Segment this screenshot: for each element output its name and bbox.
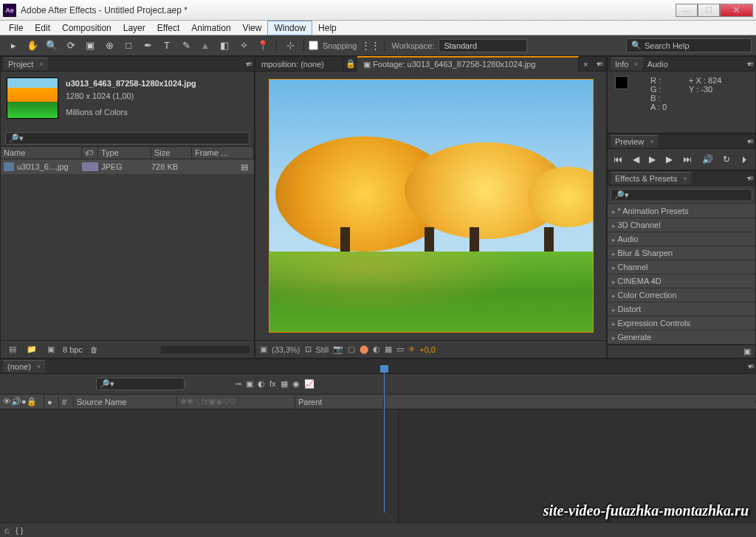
- frame-blend-icon[interactable]: ▦: [281, 379, 288, 389]
- motion-blur-icon[interactable]: ◉: [292, 379, 300, 389]
- pixel-aspect-icon[interactable]: ▭: [396, 344, 404, 354]
- transparency-grid-icon[interactable]: ▦: [385, 344, 392, 354]
- tab-project[interactable]: Project×: [4, 58, 48, 70]
- effects-search-input[interactable]: 🔎▾: [611, 189, 752, 201]
- close-icon[interactable]: ×: [39, 60, 43, 68]
- minimize-button[interactable]: —: [676, 4, 698, 17]
- panel-menu-icon[interactable]: ▾≡: [592, 60, 606, 68]
- lock-icon[interactable]: 🔒: [344, 59, 357, 69]
- trash-icon[interactable]: 🗑: [87, 343, 102, 356]
- menu-effect[interactable]: Effect: [151, 21, 185, 35]
- fx-category[interactable]: Generate: [608, 330, 755, 344]
- resolution-icon[interactable]: ⊡: [305, 344, 312, 354]
- tab-info[interactable]: Info×: [611, 58, 643, 70]
- alpha-icon[interactable]: ◐: [373, 344, 380, 354]
- interpret-footage-icon[interactable]: ▤: [5, 343, 20, 356]
- loop-icon[interactable]: ↻: [723, 154, 730, 164]
- playhead[interactable]: [384, 365, 385, 513]
- panel-menu-icon[interactable]: ▾≡: [747, 60, 752, 68]
- exposure-icon[interactable]: ✳: [408, 344, 415, 354]
- tab-audio[interactable]: Audio: [643, 58, 673, 70]
- interpret-icon[interactable]: ▤: [192, 162, 251, 172]
- always-preview-icon[interactable]: ▣: [260, 344, 267, 354]
- eraser-tool[interactable]: ◧: [216, 38, 233, 54]
- show-snapshot-icon[interactable]: ▢: [348, 344, 355, 354]
- puppet-tool[interactable]: 📍: [254, 38, 272, 54]
- snap-options-icon[interactable]: ⋮⋮: [362, 38, 379, 54]
- zoom-dropdown[interactable]: (33,3%): [272, 345, 300, 354]
- menu-view[interactable]: View: [237, 21, 268, 35]
- tab-composition-none[interactable]: mposition: (none): [255, 58, 344, 71]
- search-help-input[interactable]: 🔍 Search Help: [626, 38, 752, 52]
- quality-icon[interactable]: ◐: [258, 379, 265, 389]
- rotate-tool[interactable]: ⟳: [62, 38, 80, 54]
- fx-category[interactable]: CINEMA 4D: [608, 274, 755, 288]
- pen-tool[interactable]: ✒: [139, 38, 157, 54]
- shape-tool[interactable]: □: [120, 38, 137, 54]
- camera-tool[interactable]: ▣: [81, 38, 99, 54]
- fx-category[interactable]: Color Correction: [608, 288, 755, 302]
- clone-tool[interactable]: ⟁: [196, 38, 214, 54]
- panel-menu-icon[interactable]: ▾≡: [747, 137, 752, 145]
- fx-category[interactable]: Distort: [608, 302, 755, 316]
- prev-frame-icon[interactable]: ◀: [633, 154, 639, 164]
- fx-category[interactable]: * Animation Presets: [608, 204, 755, 218]
- play-icon[interactable]: ▶: [649, 154, 656, 164]
- ram-preview-icon[interactable]: ⏵: [740, 154, 749, 164]
- project-search-input[interactable]: 🔎▾: [5, 132, 250, 145]
- new-comp-icon[interactable]: ▣: [44, 343, 58, 356]
- menu-edit[interactable]: Edit: [29, 21, 56, 35]
- tab-effects-presets[interactable]: Effects & Presets×: [611, 172, 691, 184]
- mute-icon[interactable]: 🔊: [702, 154, 713, 164]
- brackets-icon[interactable]: { }: [16, 526, 23, 535]
- fx-category[interactable]: Expression Controls: [608, 316, 755, 330]
- fx-icon[interactable]: fx: [269, 379, 276, 389]
- channel-icon[interactable]: ⬤: [360, 344, 368, 354]
- menu-file[interactable]: File: [3, 21, 29, 35]
- fx-category[interactable]: Channel: [608, 260, 755, 274]
- maximize-button[interactable]: ☐: [698, 4, 720, 17]
- new-folder-icon[interactable]: 📁: [24, 343, 39, 356]
- tab-footage[interactable]: ▣ Footage: u3013_6463_87258-1280x1024.jp…: [357, 56, 579, 72]
- hand-tool[interactable]: ✋: [24, 38, 41, 54]
- selection-tool[interactable]: ▸: [4, 38, 22, 54]
- roto-tool[interactable]: ✧: [235, 38, 252, 54]
- shy-icon[interactable]: ⊸: [235, 379, 241, 389]
- scrollbar-horizontal[interactable]: [161, 346, 250, 353]
- fx-category[interactable]: Audio: [608, 232, 755, 246]
- menu-layer[interactable]: Layer: [117, 21, 151, 35]
- first-frame-icon[interactable]: ⏮: [614, 154, 622, 164]
- panel-menu-icon[interactable]: ▾≡: [246, 60, 251, 68]
- menu-animation[interactable]: Animation: [185, 21, 236, 35]
- local-axis-icon[interactable]: ⊹: [281, 38, 299, 54]
- collapse-icon[interactable]: ▣: [246, 379, 253, 389]
- text-tool[interactable]: T: [158, 38, 176, 54]
- close-icon[interactable]: ×: [579, 60, 592, 69]
- close-button[interactable]: ✕: [720, 4, 753, 17]
- timeline-layer-area[interactable]: [0, 409, 399, 522]
- new-bin-icon[interactable]: ▣: [608, 344, 755, 358]
- anchor-tool[interactable]: ⊕: [100, 38, 118, 54]
- source-name-header[interactable]: Source Name: [74, 396, 177, 408]
- tab-preview[interactable]: Preview×: [611, 135, 658, 148]
- menu-help[interactable]: Help: [312, 21, 343, 35]
- project-column-headers[interactable]: Name 🏷 Type Size Frame …: [1, 146, 254, 159]
- tab-timeline-none[interactable]: (none)×: [3, 360, 45, 373]
- workspace-dropdown[interactable]: Standard: [439, 39, 527, 52]
- footage-viewer[interactable]: [255, 72, 606, 340]
- next-frame-icon[interactable]: ▶: [666, 154, 673, 164]
- fx-category[interactable]: Blur & Sharpen: [608, 246, 755, 260]
- zoom-tool[interactable]: 🔍: [43, 38, 61, 54]
- panel-menu-icon[interactable]: ▾≡: [747, 174, 752, 182]
- fx-category[interactable]: 3D Channel: [608, 218, 755, 232]
- project-item-row[interactable]: u3013_6....jpg JPEG 728 KB ▤: [1, 159, 254, 174]
- timeline-search-input[interactable]: 🔎▾: [96, 378, 185, 390]
- graph-editor-icon[interactable]: 📈: [304, 379, 315, 389]
- menu-composition[interactable]: Composition: [56, 21, 117, 35]
- snapshot-icon[interactable]: 📷: [333, 344, 343, 354]
- menu-window[interactable]: Window: [267, 21, 312, 35]
- brush-tool[interactable]: ✎: [177, 38, 195, 54]
- expand-icon[interactable]: ⎌: [4, 526, 10, 535]
- snapping-checkbox[interactable]: [309, 41, 318, 50]
- exposure-value[interactable]: +0,0: [419, 345, 436, 354]
